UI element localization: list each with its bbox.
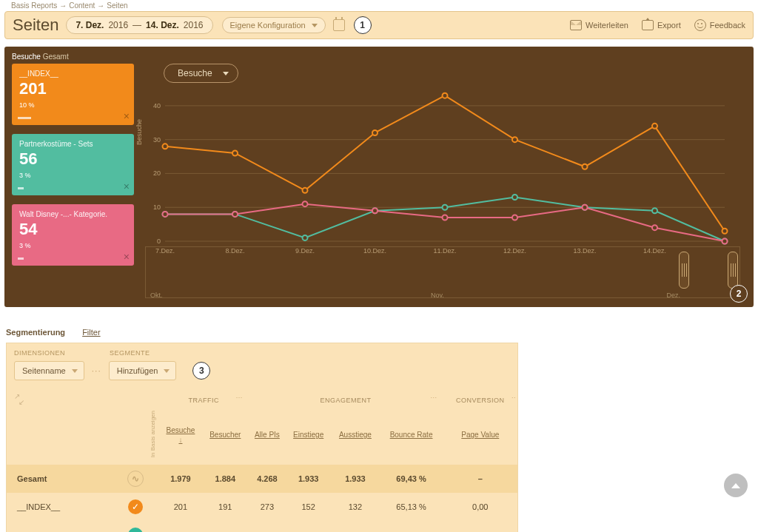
- row-name: Gesamt: [7, 465, 125, 493]
- annotation-marker-3: 3: [192, 362, 210, 380]
- feedback-button[interactable]: Feedback: [694, 19, 745, 31]
- card-label: Walt Disney -...- Kategorie.: [19, 210, 127, 218]
- cell: 0,00: [443, 493, 517, 521]
- svg-point-32: [512, 195, 517, 200]
- col-pagevalue[interactable]: Page Value: [443, 408, 517, 465]
- svg-point-23: [512, 137, 517, 142]
- segmentation-tabs: Segmentierung Filter: [6, 328, 752, 337]
- expand-icon[interactable]: [14, 394, 26, 405]
- cell: 81,25 %: [380, 521, 443, 532]
- cell: 132: [331, 493, 379, 521]
- svg-point-21: [372, 130, 378, 135]
- dimension-select[interactable]: Seitenname: [14, 361, 84, 380]
- card-value: 54: [19, 220, 127, 239]
- panel-metric-label: Besuche Gesamt: [4, 47, 754, 64]
- cell: 191: [202, 493, 249, 521]
- card-percent: 10 %: [19, 101, 127, 109]
- page-title: Seiten: [13, 16, 58, 35]
- annotation-marker-1: 1: [354, 16, 372, 34]
- row-status-icon[interactable]: ✓: [128, 528, 143, 532]
- svg-point-37: [232, 212, 238, 217]
- cell: 0,00: [443, 521, 517, 532]
- svg-point-38: [303, 201, 308, 206]
- svg-point-29: [303, 235, 308, 240]
- range-navigator[interactable]: Okt. Nov. Dez.: [145, 246, 740, 298]
- cell: 55: [202, 521, 249, 532]
- card-value: 56: [19, 149, 127, 169]
- card-label: Partnerkostüme - Sets: [19, 140, 127, 148]
- tab-filter[interactable]: Filter: [82, 328, 100, 337]
- row-name: Partnerkostüme - Sets: [7, 521, 125, 532]
- config-dropdown[interactable]: Eigene Konfiguration: [222, 17, 326, 33]
- svg-point-19: [232, 150, 238, 155]
- svg-point-25: [652, 124, 657, 129]
- close-icon[interactable]: ×: [124, 110, 130, 122]
- cell: 152: [286, 493, 331, 521]
- header-bar: Seiten 7. Dez.2016 — 14. Dez.2016 Eigene…: [4, 11, 754, 39]
- show-in-basis[interactable]: In Basis anzeigen: [150, 411, 156, 457]
- row-status-icon[interactable]: ∿: [127, 471, 144, 487]
- dimensions-header: DIMENSIONEN: [14, 349, 65, 357]
- cell: 201: [159, 493, 202, 521]
- cell: 1.979: [159, 465, 202, 493]
- col-ausstiege[interactable]: Ausstiege: [331, 408, 379, 465]
- card-percent: 3 %: [19, 242, 127, 249]
- svg-point-44: [722, 239, 728, 244]
- chevron-down-icon: [164, 369, 170, 373]
- tab-segmentation[interactable]: Segmentierung: [6, 328, 65, 337]
- table-row[interactable]: Partnerkostüme - Sets✓565570323581,25 %0…: [7, 521, 517, 532]
- series-card[interactable]: Partnerkostüme - Sets563 %×: [12, 134, 134, 195]
- table-row[interactable]: __INDEX__✓20119127315213265,13 %0,00: [7, 493, 517, 521]
- card-label: __INDEX__: [19, 70, 127, 78]
- row-name: __INDEX__: [7, 493, 125, 521]
- table-row[interactable]: Gesamt∿1.9791.8844.2681.9331.93369,43 %–: [7, 465, 517, 493]
- cell: –: [443, 465, 517, 493]
- chart-panel: Besuche Gesamt __INDEX__20110 %×Partnerk…: [4, 47, 754, 307]
- cell: 1.933: [286, 465, 331, 493]
- range-handle-left[interactable]: [679, 252, 689, 289]
- export-icon: [642, 20, 654, 30]
- col-alle-pis[interactable]: Alle PIs: [249, 408, 286, 465]
- chevron-down-icon: [223, 72, 229, 75]
- data-table: TRAFFIC··· ENGAGEMENT··· CONVERSION·· In…: [7, 389, 517, 532]
- series-card[interactable]: Walt Disney -...- Kategorie.543 %×: [12, 204, 134, 266]
- cell: 56: [159, 521, 202, 532]
- range-handle-right[interactable]: [728, 252, 738, 289]
- scroll-to-top-button[interactable]: [724, 474, 748, 497]
- card-value: 201: [19, 79, 127, 98]
- svg-text:0: 0: [157, 238, 161, 245]
- export-button[interactable]: Export: [642, 20, 681, 30]
- forward-button[interactable]: Weiterleiten: [570, 20, 628, 30]
- close-icon[interactable]: ×: [124, 181, 130, 192]
- series-card[interactable]: __INDEX__20110 %×: [12, 64, 134, 125]
- svg-point-31: [443, 205, 448, 210]
- svg-point-39: [372, 208, 378, 213]
- close-icon[interactable]: ×: [124, 251, 130, 263]
- group-conversion: CONVERSION··: [443, 389, 517, 408]
- col-besucher[interactable]: Besucher: [202, 408, 249, 465]
- segments-header: SEGMENTE: [110, 349, 150, 357]
- metric-dropdown[interactable]: Besuche: [164, 64, 238, 83]
- dimension-dots: ···: [92, 366, 101, 376]
- calendar-icon[interactable]: [333, 19, 345, 31]
- cell: 1.884: [202, 465, 249, 493]
- col-bounce[interactable]: Bounce Rate: [380, 408, 443, 465]
- svg-point-42: [583, 205, 588, 210]
- cell: 35: [331, 521, 379, 532]
- add-segment-button[interactable]: Hinzufügen: [109, 361, 177, 380]
- cell: 1.933: [331, 465, 379, 493]
- svg-point-40: [443, 215, 448, 220]
- chevron-down-icon: [312, 24, 318, 27]
- group-engagement: ENGAGEMENT···: [249, 389, 443, 408]
- col-einstiege[interactable]: Einstiege: [286, 408, 331, 465]
- svg-point-26: [722, 229, 728, 234]
- col-besuche[interactable]: Besuche: [159, 408, 202, 465]
- annotation-marker-2: 2: [730, 285, 748, 303]
- y-axis-label: Besuche: [135, 119, 143, 145]
- group-traffic: TRAFFIC···: [159, 389, 249, 408]
- date-range-picker[interactable]: 7. Dez.2016 — 14. Dez.2016: [66, 16, 212, 34]
- cell: 4.268: [249, 465, 286, 493]
- row-status-icon[interactable]: ✓: [128, 499, 143, 514]
- chevron-down-icon: [72, 369, 78, 373]
- cell: 70: [249, 521, 286, 532]
